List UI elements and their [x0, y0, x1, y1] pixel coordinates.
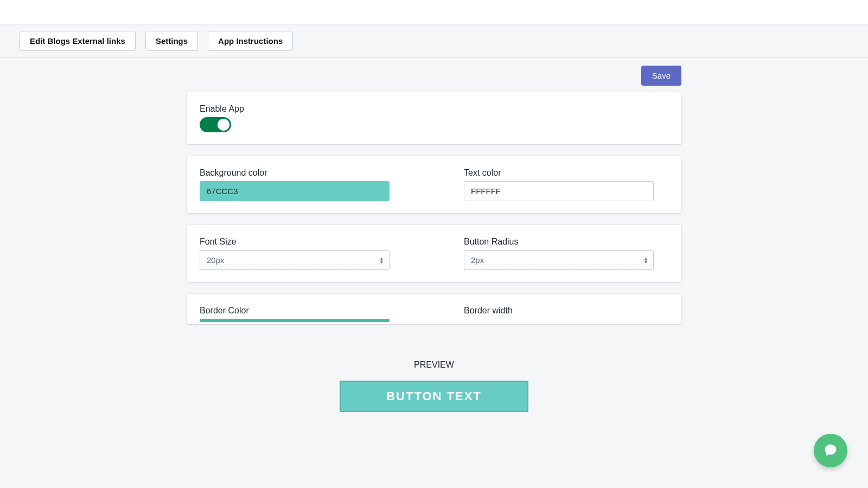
border-width-label: Border width — [464, 306, 668, 316]
border-color-input[interactable] — [200, 319, 390, 322]
preview-button: BUTTON TEXT — [340, 381, 528, 412]
button-radius-select[interactable] — [464, 250, 654, 270]
text-color-label: Text color — [464, 168, 668, 178]
tab-settings[interactable]: Settings — [145, 31, 198, 51]
save-button[interactable]: Save — [641, 66, 681, 86]
chat-button[interactable] — [814, 434, 847, 467]
border-card: Border Color Border width — [187, 294, 681, 324]
chat-icon — [823, 442, 838, 459]
background-color-input[interactable] — [200, 181, 390, 201]
preview-footer: PREVIEW BUTTON TEXT — [0, 348, 868, 488]
top-tabbar: Edit Blogs External links Settings App I… — [0, 24, 868, 58]
font-size-label: Font Size — [200, 237, 404, 247]
background-color-label: Background color — [200, 168, 404, 178]
enable-app-label: Enable App — [200, 104, 668, 114]
preview-label: PREVIEW — [414, 360, 454, 370]
enable-app-card: Enable App — [187, 92, 681, 144]
tab-edit-blogs-external-links[interactable]: Edit Blogs External links — [20, 31, 136, 51]
tab-app-instructions[interactable]: App Instructions — [208, 31, 293, 51]
text-color-input[interactable] — [464, 181, 654, 201]
button-radius-label: Button Radius — [464, 237, 668, 247]
font-size-select[interactable] — [200, 250, 390, 270]
toggle-knob — [218, 119, 229, 131]
typography-card: Font Size ▲▼ Button Radius ▲▼ — [187, 225, 681, 282]
border-color-label: Border Color — [200, 306, 404, 316]
colors-card: Background color Text color — [187, 156, 681, 213]
enable-app-toggle[interactable] — [200, 117, 231, 132]
